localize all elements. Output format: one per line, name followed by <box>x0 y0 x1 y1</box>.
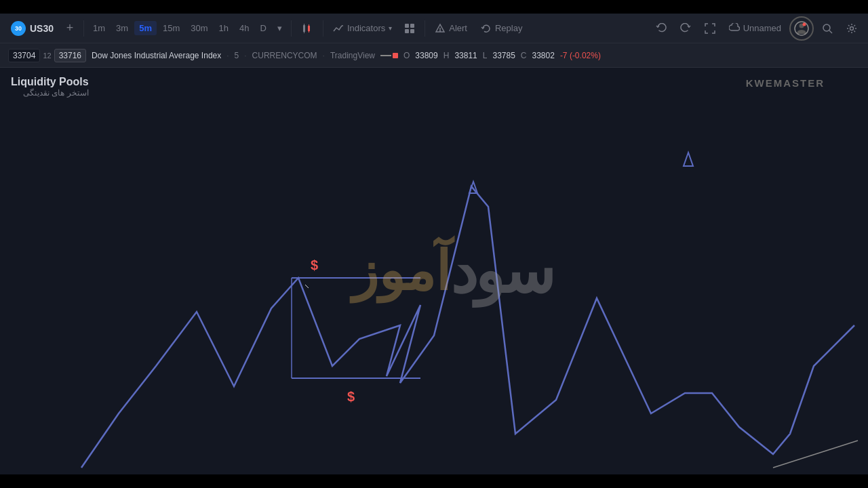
settings-button[interactable] <box>841 20 863 37</box>
divider-1 <box>83 20 84 37</box>
ohlc-low-label: L <box>483 51 488 60</box>
timeframe-30m[interactable]: 30m <box>186 21 212 35</box>
timeframe-5m[interactable]: 5m <box>134 21 157 35</box>
indicator-subtitle: استخر های نقدینگی <box>11 88 89 98</box>
cloud-icon <box>729 23 740 34</box>
ohlc-low-value: 33785 <box>492 51 515 60</box>
toolbar: 30 US30 + 1m 3m 5m 15m 30m 1h 4h D ▾ Ind… <box>0 14 868 43</box>
redo-icon <box>680 23 691 34</box>
bottom-black-bar <box>0 474 868 488</box>
indicator-label: Liquidity Pools استخر های نقدینگی <box>11 76 89 98</box>
divider-3 <box>323 20 323 37</box>
timeframe-dropdown[interactable]: ▾ <box>273 21 287 35</box>
indicators-button[interactable]: Indicators ▾ <box>328 20 397 37</box>
search-icon <box>822 23 833 34</box>
ohlc-change: -7 (-0.02%) <box>560 51 601 60</box>
undo-icon <box>656 23 667 34</box>
alert-icon <box>435 23 446 34</box>
price-box-3: 33716 <box>54 49 86 62</box>
price-separator: 12 <box>43 52 51 60</box>
fullscreen-icon <box>705 23 715 34</box>
top-black-bar <box>0 0 868 14</box>
avatar-circle <box>789 16 814 41</box>
ohlc-open-value: 33809 <box>415 51 437 60</box>
svg-rect-7 <box>405 24 409 28</box>
source: TradingView <box>330 51 375 60</box>
undo-button[interactable] <box>650 20 672 37</box>
ohlc-close-value: 33802 <box>532 51 555 60</box>
svg-rect-8 <box>410 24 414 28</box>
chart-type-button[interactable] <box>296 20 319 37</box>
alert-button[interactable]: Alert <box>429 20 473 37</box>
svg-rect-3 <box>308 26 310 31</box>
trend-line <box>773 441 858 468</box>
timeframe-4h[interactable]: 4h <box>235 21 254 35</box>
ohlc-values: O 33809 H 33811 L 33785 C 33802 -7 (-0.0… <box>403 51 601 60</box>
dollar-sign-1: $ <box>311 258 318 272</box>
timeframe-1m[interactable]: 1m <box>88 21 110 35</box>
price-type-indicator <box>380 53 398 58</box>
replay-button[interactable]: Replay <box>474 20 529 37</box>
indicators-icon <box>333 23 344 34</box>
divider-2 <box>291 20 292 37</box>
timeframe-1h[interactable]: 1h <box>214 21 233 35</box>
period: 5 <box>235 51 239 60</box>
svg-point-12 <box>440 30 441 31</box>
toolbar-right: Unnamed <box>650 16 863 41</box>
replay-icon <box>481 23 492 34</box>
unnamed-layout-button[interactable]: Unnamed <box>724 20 787 37</box>
sep1: · <box>226 51 229 60</box>
svg-point-18 <box>850 26 854 30</box>
ohlc-open-label: O <box>403 51 410 60</box>
search-button[interactable] <box>816 20 838 37</box>
svg-rect-10 <box>410 29 414 33</box>
fullscreen-button[interactable] <box>699 20 721 37</box>
templates-icon <box>404 23 415 34</box>
redo-button[interactable] <box>675 20 696 37</box>
svg-rect-2 <box>304 32 304 33</box>
svg-rect-0 <box>303 25 305 32</box>
timeframe-D[interactable]: D <box>255 21 271 35</box>
avatar[interactable] <box>789 16 814 41</box>
ohlc-close-label: C <box>521 51 527 60</box>
exchange: CURRENCYCOM <box>252 51 317 60</box>
svg-point-16 <box>823 24 830 31</box>
kwemaster-label: KWEMASTER <box>746 77 825 89</box>
arrow-up-right <box>684 152 693 166</box>
sep3: · <box>323 51 325 60</box>
divider-4 <box>425 20 425 37</box>
price-chart: $ $ $ <box>0 68 868 474</box>
info-bar: 33704 12 33716 Dow Jones Industrial Aver… <box>0 43 868 68</box>
price-box-1: 33704 <box>8 49 40 62</box>
timeframe-3m[interactable]: 3m <box>111 21 133 35</box>
candlestick-icon <box>301 22 313 35</box>
instrument-name: Dow Jones Industrial Average Index <box>92 51 221 60</box>
symbol-selector[interactable]: 30 US30 <box>5 18 59 39</box>
ohlc-high-value: 33811 <box>454 51 477 60</box>
price-boxes: 33704 12 33716 <box>8 49 86 62</box>
symbol-circle: 30 <box>11 21 26 36</box>
indicator-title: Liquidity Pools <box>11 76 89 88</box>
svg-rect-4 <box>309 24 309 26</box>
gear-icon <box>846 23 857 34</box>
add-symbol-button[interactable]: + <box>60 19 79 38</box>
templates-button[interactable] <box>399 20 420 37</box>
dollar-sign-2: $ <box>347 389 355 404</box>
svg-rect-1 <box>304 24 304 25</box>
cursor-hint <box>305 285 309 288</box>
chart-area: Liquidity Pools استخر های نقدینگی KWEMAS… <box>0 68 868 474</box>
svg-point-15 <box>803 22 806 26</box>
svg-line-17 <box>829 30 832 33</box>
ohlc-high-label: H <box>443 51 450 60</box>
svg-rect-9 <box>405 29 409 33</box>
price-line <box>81 186 854 468</box>
timeframe-15m[interactable]: 15m <box>158 21 184 35</box>
svg-rect-5 <box>309 31 309 33</box>
indicators-dropdown-icon: ▾ <box>389 24 392 32</box>
sep2: · <box>244 51 246 60</box>
symbol-name: US30 <box>30 23 54 34</box>
avatar-icon <box>793 20 810 37</box>
